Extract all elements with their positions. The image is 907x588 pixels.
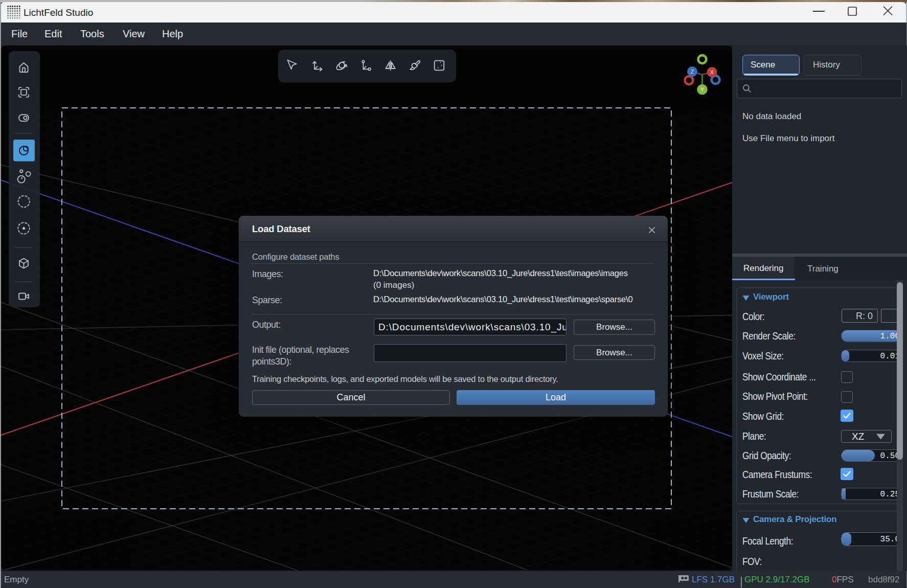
svg-text:Z: Z <box>691 69 694 75</box>
svg-text:Y: Y <box>700 86 705 93</box>
svg-text:X: X <box>710 69 714 75</box>
